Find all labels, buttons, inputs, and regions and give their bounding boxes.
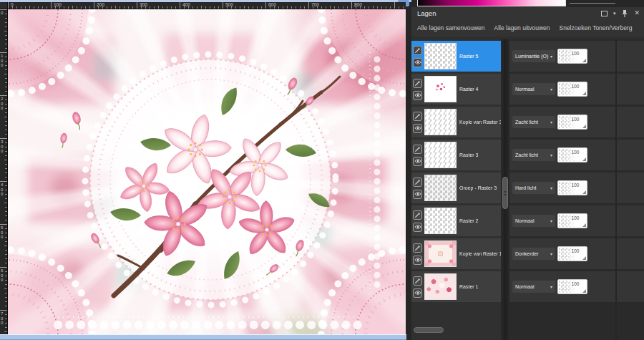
panel-menu-arrow-icon[interactable]: ▾: [613, 9, 616, 18]
layer-name: Raster 2: [459, 218, 478, 223]
artwork-cherry-blossoms: [8, 9, 406, 334]
blend-mode-label: Hard licht: [515, 185, 549, 190]
layer-thumbnail[interactable]: [424, 142, 457, 168]
blend-mode-dropdown[interactable]: Normaal ▾: [512, 83, 555, 95]
visibility-icon[interactable]: [413, 124, 422, 133]
panel-menu-item[interactable]: Alle lagen samenvouwen: [417, 24, 485, 31]
panel-menu-item[interactable]: Snelzoeken Tonen/Verberg: [560, 24, 633, 31]
layer-controls-row: Hard licht ▾ 100: [509, 173, 644, 203]
layer-row[interactable]: Raster 4: [411, 74, 501, 105]
vertical-ruler: 0100200300400500600700: [0, 9, 8, 334]
layer-controls-row: Normaal ▾ 100: [509, 271, 644, 302]
list-splitter[interactable]: [501, 39, 509, 340]
blend-mode-label: Normaal: [515, 218, 549, 223]
layer-row[interactable]: Raster 5: [411, 41, 501, 72]
layer-row-icons: [413, 210, 422, 232]
blend-mode-label: Normaal: [515, 87, 549, 92]
app-screen: 0100200300400500600700800 01002003004005…: [0, 0, 644, 340]
status-bar-edge: [0, 334, 406, 340]
link-icon[interactable]: [413, 145, 422, 154]
visibility-icon[interactable]: [413, 91, 422, 100]
link-icon[interactable]: [413, 276, 422, 286]
layers-panel: Lagen ▾ ✕ Alle lagen samenvouwenAlle lag…: [411, 0, 644, 340]
layer-row-icons: [413, 112, 422, 133]
layer-row-icons: [413, 243, 422, 265]
float-panel-icon[interactable]: [601, 11, 608, 16]
vertical-scrollbar-thumb[interactable]: [502, 177, 508, 209]
panel-title: Lagen: [411, 9, 436, 17]
blend-mode-dropdown[interactable]: Normaal ▾: [512, 215, 555, 227]
chevron-down-icon: ▾: [550, 185, 552, 190]
chevron-down-icon: ▾: [550, 218, 552, 223]
blend-mode-dropdown[interactable]: Zacht licht ▾: [512, 116, 555, 128]
opacity-value: 100: [567, 150, 584, 155]
layer-row[interactable]: Groep - Raster 3: [411, 173, 501, 203]
layer-row[interactable]: Raster 2: [411, 205, 501, 236]
layer-row[interactable]: Kopie van Raster 3: [411, 107, 501, 137]
link-icon[interactable]: [413, 46, 422, 55]
layer-thumbnail[interactable]: [424, 208, 457, 234]
link-icon[interactable]: [413, 243, 422, 253]
opacity-control[interactable]: 100: [557, 213, 587, 228]
close-icon[interactable]: ✕: [634, 9, 640, 18]
link-icon[interactable]: [413, 178, 422, 187]
layer-list: Raster 5 Raster 4 Kopie van Raster 3: [411, 39, 501, 340]
opacity-control[interactable]: 100: [557, 180, 587, 195]
blend-mode-dropdown[interactable]: Donkerder ▾: [512, 248, 555, 260]
opacity-value: 100: [567, 248, 584, 253]
blend-mode-dropdown[interactable]: Normaal ▾: [512, 281, 555, 293]
visibility-icon[interactable]: [413, 223, 422, 232]
link-icon[interactable]: [413, 210, 422, 220]
layer-row-icons: [413, 79, 422, 100]
layer-row[interactable]: Kopie van Raster 1: [411, 238, 501, 269]
visibility-icon[interactable]: [413, 288, 422, 298]
blend-mode-dropdown[interactable]: Luminantie (O) ▾: [512, 50, 555, 62]
layer-thumbnail[interactable]: [424, 43, 457, 69]
ruler-corner: [0, 2, 8, 9]
panel-titlebar[interactable]: Lagen ▾ ✕: [411, 7, 644, 19]
panel-top-area: [411, 0, 644, 7]
chevron-down-icon: ▾: [550, 284, 552, 289]
visibility-icon[interactable]: [413, 256, 422, 265]
opacity-control[interactable]: 100: [557, 246, 587, 261]
panel-menu-item[interactable]: Alle lagen uitvouwen: [494, 24, 550, 31]
layer-thumbnail[interactable]: [424, 109, 457, 135]
layer-row-icons: [413, 46, 422, 67]
layer-row[interactable]: Raster 3: [411, 140, 501, 170]
layer-name: Kopie van Raster 3: [459, 120, 502, 125]
layer-name: Raster 5: [459, 54, 478, 59]
opacity-value: 100: [567, 281, 584, 286]
visibility-icon[interactable]: [413, 157, 422, 166]
visibility-icon[interactable]: [413, 58, 422, 67]
layer-controls-row: Normaal ▾ 100: [509, 205, 644, 236]
layer-thumbnail[interactable]: [424, 175, 457, 201]
layer-row-icons: [413, 276, 422, 298]
visibility-icon[interactable]: [413, 190, 422, 199]
image-canvas[interactable]: [8, 9, 406, 334]
layer-thumbnail[interactable]: [424, 273, 457, 300]
chevron-down-icon: ▾: [550, 87, 552, 92]
layer-thumbnail[interactable]: [424, 76, 457, 102]
chevron-down-icon: ▾: [550, 152, 552, 157]
gradient-preview[interactable]: [417, 0, 566, 6]
opacity-control[interactable]: 100: [557, 279, 587, 294]
link-icon[interactable]: [413, 112, 422, 121]
chevron-down-icon: ▾: [550, 54, 552, 59]
layer-row[interactable]: Raster 1: [411, 271, 501, 302]
layer-controls-row: Normaal ▾ 100: [509, 74, 644, 105]
opacity-control[interactable]: 100: [557, 115, 587, 130]
layer-name: Groep - Raster 3: [459, 185, 497, 190]
horizontal-ruler: 0100200300400500600700800: [8, 2, 406, 9]
opacity-control[interactable]: 100: [557, 147, 587, 162]
opacity-control[interactable]: 100: [557, 82, 587, 97]
layer-thumbnail[interactable]: [424, 241, 457, 267]
opacity-value: 100: [567, 215, 584, 220]
layer-name: Kopie van Raster 1: [459, 251, 502, 256]
pin-icon[interactable]: [621, 9, 628, 18]
opacity-control[interactable]: 100: [557, 49, 587, 64]
horizontal-scrollbar-thumb[interactable]: [414, 327, 444, 333]
blend-mode-dropdown[interactable]: Zacht licht ▾: [512, 149, 555, 161]
divider-line: [570, 3, 615, 4]
blend-mode-dropdown[interactable]: Hard licht ▾: [512, 182, 555, 194]
link-icon[interactable]: [413, 79, 422, 88]
